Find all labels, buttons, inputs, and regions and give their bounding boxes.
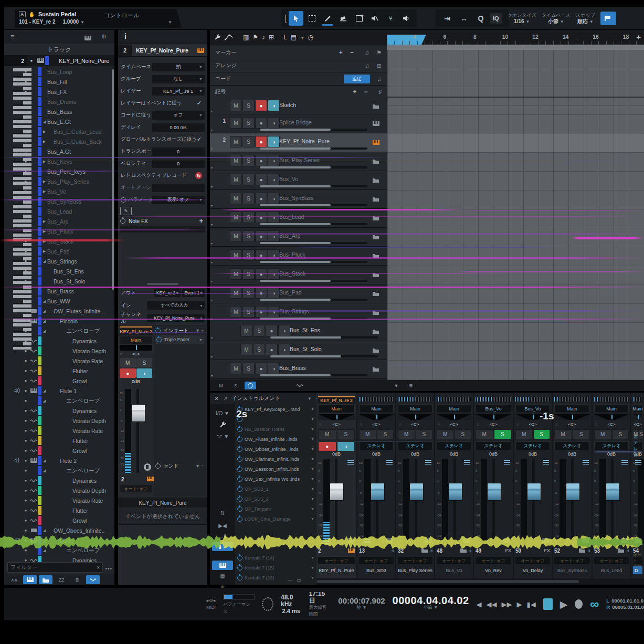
expand-arrow-icon[interactable]: ◢ [41,120,47,124]
arrange-track-header[interactable]: 2MS●◑KEY_Pf_Noire_Pure▾ [210,133,387,152]
solo-button[interactable]: S [337,429,355,439]
io-select[interactable]: I/O ▼ [212,408,233,418]
nudge-back-icon[interactable]: ◀ [477,600,482,608]
layers-icon[interactable] [425,460,431,464]
channel-title[interactable]: KEY_Pf_N..re 2 [120,326,152,335]
control-dropdown-icon[interactable]: ▼ [168,16,172,26]
add-icon[interactable]: + [353,88,356,96]
instrument-item[interactable]: OW_Bassoon_Infinit..inds▼ [235,464,316,474]
pan-slider[interactable] [554,414,590,420]
out-select[interactable]: KEY_re 2▼ [154,289,181,297]
property-select[interactable]: なし▼ [152,75,205,83]
output-select[interactable]: Main [359,404,394,413]
wave-icon[interactable] [294,382,305,389]
solo-button[interactable]: S [494,429,512,439]
property-input[interactable]: 0 [152,147,205,156]
chevron-down-icon[interactable]: ▼ [311,487,314,491]
channel-fader[interactable]: 1060-6-12-24-36-72 [594,459,629,544]
instrument-item[interactable]: Kontakt 7 (15)▼ [235,563,316,573]
property-row[interactable]: コードに従うオフ▼ [118,109,207,121]
pan-slider[interactable] [398,414,432,420]
sidebar-track-row[interactable]: ●▶Bus_Vo [4,186,114,196]
instrument-item[interactable]: OW_Clarinets_Infinit..inds▼ [235,454,316,464]
record-dot-icon[interactable]: ● [22,428,29,433]
arrange-track-header[interactable]: MS●◑Bus_SynBass▾ [210,190,387,209]
arranger-lane-icon[interactable]: ⊞ [269,34,274,41]
pan-slider[interactable] [476,414,511,420]
record-arm-button[interactable]: ● [255,363,267,374]
sidebar-track-row[interactable]: ●Bus_Bass [4,107,114,117]
record-arm-button[interactable]: ● [120,368,136,378]
list-icon[interactable]: ≣ [405,382,417,389]
automation-tracks-icon[interactable] [86,575,100,584]
channel-fader[interactable]: 1060-6-12-24-36-72 [437,459,471,544]
automation-mode[interactable]: オート: オフ [359,557,394,564]
pan-value[interactable]: ▽<C> [359,421,394,427]
mixer-scrollbar[interactable] [316,580,579,583]
sidebar-track-row[interactable]: 41●◢Flute 2 [4,456,114,466]
video-lane-icon[interactable]: ▤ [291,34,297,41]
output-select[interactable]: Main [120,336,152,344]
expand-arrow-icon[interactable]: ▶ [41,160,47,164]
expand-icon[interactable]: ▾ [211,147,213,151]
close-icon[interactable]: ✕ [214,395,219,402]
channel-strip[interactable]: Main▽<C>MSステレオ0dB1060-6-12-24-36-7253⫞オー… [593,393,630,578]
expand-icon[interactable]: ▾ [211,128,213,132]
record-dot-icon[interactable]: ● [22,468,29,473]
record-dot-icon[interactable]: ● [22,69,29,74]
pan-mode-icon[interactable] [542,538,549,543]
insert-slot[interactable]: Triple Fader▼ [155,335,205,344]
power-icon[interactable] [237,575,242,580]
mute-button[interactable]: M [230,306,242,318]
channel-name[interactable]: Vo_Rev [476,566,511,574]
record-arm-button[interactable]: ● [255,268,267,280]
track-size-bar[interactable] [260,374,367,376]
sidebar-track-row[interactable]: ●Dynamics [4,476,114,485]
sidebar-track-row[interactable]: ●Bus_Lead [4,206,114,216]
channel-fader[interactable]: 1060-6-12-24-36-72 [318,459,355,544]
expand-arrow-icon[interactable]: ◢ [41,459,47,463]
power-icon[interactable] [237,516,242,522]
record-arm-button[interactable]: ● [255,136,267,147]
expand-icon[interactable]: ▾ [211,355,213,358]
sidebar-track-row[interactable]: ●Bus_Fill [4,77,114,87]
sidebar-track-row[interactable]: ●▶Bus_Pluck [4,226,114,236]
timestretch-icon[interactable]: ⇥ [440,11,455,26]
solo-button[interactable]: S [573,429,590,439]
pan-value[interactable]: ▽<C> [437,421,471,427]
sidebar-track-row[interactable]: ●◢エンベロープ [4,326,114,336]
wrench-icon[interactable] [214,34,221,41]
record-dot-icon[interactable]: ● [22,149,29,154]
pan-value[interactable]: ▽<C> [515,421,550,427]
mute-button[interactable]: M [515,429,533,439]
blocks-icon[interactable]: ⊞ [377,62,382,69]
note-icon[interactable]: ♫ [377,76,382,82]
record-dot-icon[interactable]: ● [22,239,29,244]
solo-button[interactable]: S [242,174,255,185]
add-note-fx-button[interactable]: + [199,217,203,225]
solo-button[interactable]: S [242,249,255,261]
chevron-down-icon[interactable]: ▼ [311,467,314,471]
monitor-button[interactable]: ◑ [268,136,280,147]
layers-icon[interactable] [635,460,641,464]
instrument-item[interactable]: Kontakt 7 (14)▼ [235,553,316,563]
monitor-button[interactable]: ◑ [268,117,280,129]
sidebar-track-row[interactable]: ●Vibrato Depth [4,346,114,356]
track-size-bar[interactable] [260,147,367,150]
mute-button[interactable]: M [359,429,376,439]
property-row[interactable]: ベロシティ0 [118,157,207,170]
property-row[interactable]: タイムベース拍▼ [118,61,207,73]
power-icon[interactable] [121,197,126,203]
mute-button[interactable]: M [230,117,242,129]
channel-strip[interactable]: Bus_Vo▽<C>MSステレオ0dB1060-6-12-24-36-7249F… [474,393,513,578]
output-select[interactable]: Main [318,404,355,413]
chevron-down-icon[interactable]: ▼ [390,382,402,389]
arrange-track-header[interactable]: MS●◑Bus_Stack▾ [210,266,387,284]
audio-tracks-icon[interactable]: ∧∧ [7,575,21,584]
pan-mode-icon[interactable] [621,538,628,543]
layers-icon[interactable] [543,460,549,464]
property-row[interactable]: オートメーション [118,182,207,194]
mute-button[interactable]: M [398,429,415,439]
record-dot-icon[interactable]: ● [22,249,29,254]
pan-mode-icon[interactable] [463,538,470,543]
